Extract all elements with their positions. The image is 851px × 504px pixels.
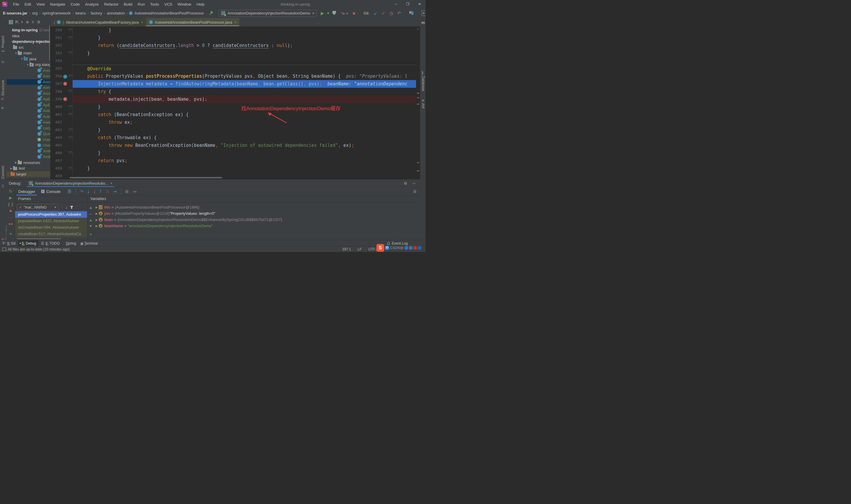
step-over-icon[interactable]: ↷ <box>80 189 83 194</box>
code-line[interactable]: 392 return (candidateConstructors.length… <box>50 42 416 49</box>
menu-item-run[interactable]: Run <box>135 2 147 6</box>
git-history-icon[interactable]: ◷ <box>390 11 393 15</box>
git-update-icon[interactable]: ↙ <box>374 11 378 15</box>
menu-item-code[interactable]: Code <box>68 2 83 6</box>
move-down-icon[interactable]: ▼ <box>88 224 94 228</box>
toolbar-menu-icon[interactable]: ☰ <box>68 189 72 194</box>
coverage-button[interactable]: ▶ <box>332 11 336 16</box>
breadcrumb-item[interactable]: factory <box>90 11 103 15</box>
filter-frames-icon[interactable] <box>70 205 74 209</box>
tree-chevron-icon[interactable]: ▼ <box>14 52 18 55</box>
breadcrumb-item[interactable]: springframework <box>42 11 71 15</box>
locate-file-icon[interactable]: ⊕ <box>26 20 29 24</box>
gear-icon[interactable]: ⚙ <box>404 181 407 185</box>
tree-item[interactable]: C▶Annotati <box>6 85 50 91</box>
tree-item[interactable]: C▶Annotati <box>6 68 50 74</box>
code-line[interactable]: 391− } <box>50 34 416 42</box>
fold-marker-icon[interactable]: − <box>69 136 72 140</box>
fold-marker-icon[interactable]: − <box>69 151 72 155</box>
breadcrumb-item[interactable]: AutowiredAnnotationBeanPostProcessor <box>134 11 204 15</box>
fold-marker-icon[interactable]: − <box>69 52 72 55</box>
minimize-icon[interactable]: ─ <box>390 0 402 8</box>
menu-item-navigate[interactable]: Navigate <box>47 2 68 6</box>
menu-item-build[interactable]: Build <box>121 2 135 6</box>
project-structure-icon[interactable] <box>409 11 413 15</box>
git-commit-icon[interactable]: ✓ <box>381 11 385 15</box>
tree-item[interactable]: C▶Annotati <box>6 79 50 85</box>
variable-row[interactable]: ▶pbeanName="annotationDependencyInjectio… <box>94 223 420 229</box>
tree-item[interactable]: C▶AwareInt <box>6 119 50 125</box>
close-icon[interactable]: × <box>110 181 113 185</box>
code-line[interactable]: 406− } <box>50 149 416 157</box>
editor-tab-autowired-annotation[interactable]: C AutowiredAnnotationBeanPostProcessor.j… <box>146 18 239 26</box>
git-rollback-icon[interactable]: ↶ <box>397 11 401 15</box>
expand-triangle-icon[interactable]: ▶ <box>94 212 99 215</box>
code-line[interactable]: 390− } <box>50 26 416 34</box>
code-line[interactable]: 396− public PropertyValues postProcessPr… <box>50 72 416 80</box>
more-icon[interactable]: » <box>6 231 15 236</box>
menu-item-help[interactable]: Help <box>194 2 207 6</box>
resume-icon[interactable]: ▶ <box>6 196 15 200</box>
expand-triangle-icon[interactable]: ▶ <box>94 206 99 209</box>
close-icon[interactable]: × <box>235 20 236 24</box>
variable-row[interactable]: ▶this={AutowiredAnnotationBeanPostProces… <box>94 204 420 210</box>
breadcrumb-item[interactable]: annotation <box>106 11 126 15</box>
move-up-icon[interactable]: ▲ <box>88 218 94 222</box>
code-line[interactable]: 394 <box>50 57 416 65</box>
ant-icon[interactable]: ✳ <box>421 98 424 103</box>
frame-row[interactable]: createBean:517, AbstractAutowireCa <box>15 231 87 237</box>
evaluate-expression-icon[interactable]: ⊞ <box>125 189 129 194</box>
close-icon[interactable]: × <box>141 20 143 24</box>
tree-item[interactable]: ▶test <box>6 165 50 172</box>
toolwindow-button-debug[interactable]: 5: Debug <box>18 240 39 246</box>
fold-marker-icon[interactable]: − <box>69 128 72 132</box>
tree-item[interactable]: C▶Qualifier <box>6 131 50 137</box>
toolwindow-structure-button[interactable]: 7: Structure <box>1 80 5 100</box>
code-line[interactable]: 402 throw ex; <box>50 119 416 126</box>
code-line[interactable]: 407 return pvs; <box>50 157 416 165</box>
next-frame-icon[interactable]: ↓ <box>66 205 68 210</box>
variable-row[interactable]: ▶pbean={AnnotationDependencyInjectionRes… <box>94 217 420 223</box>
code-line[interactable]: 397✓ InjectionMetadata metadata = findAu… <box>50 80 416 88</box>
code-line[interactable]: 393− } <box>50 49 416 57</box>
tree-item[interactable]: C▶Autowiri <box>6 114 50 120</box>
code-line[interactable]: 403− } <box>50 126 416 134</box>
menu-item-tools[interactable]: Tools <box>147 2 162 6</box>
mute-breakpoints-icon[interactable]: ●● <box>6 221 15 226</box>
frames-hscrollbar[interactable] <box>17 238 61 239</box>
menu-item-file[interactable]: File <box>10 2 22 6</box>
frame-row[interactable]: doCreateBean:594, AbstractAutowir <box>15 224 87 231</box>
drop-frame-icon[interactable]: ⤬ <box>106 189 109 194</box>
menu-item-analyze[interactable]: Analyze <box>83 2 101 6</box>
code-line[interactable]: 400− } <box>50 103 416 111</box>
stop-button[interactable]: ■ <box>352 11 355 15</box>
toolwindow-button-spring[interactable]: Spring <box>62 240 78 246</box>
tab-console[interactable]: ›Console <box>38 187 64 196</box>
fold-marker-icon[interactable]: − <box>69 167 72 170</box>
menu-item-edit[interactable]: Edit <box>22 2 34 6</box>
breadcrumb-item[interactable]: E-sources.jar <box>2 11 28 15</box>
tree-item[interactable]: ▼java <box>6 56 50 62</box>
rerun-icon[interactable]: ↻ <box>6 189 15 194</box>
variable-row[interactable]: ▶ppvs={MutablePropertyValues@2216} "Prop… <box>94 210 420 217</box>
project-view-dropdown[interactable]: P.. <box>15 20 19 24</box>
pause-icon[interactable]: ❙❙ <box>6 202 15 206</box>
frame-row[interactable]: populateBean:1422, AbstractAutowi <box>15 218 87 224</box>
fold-marker-icon[interactable]: − <box>69 75 72 78</box>
breakpoint-icon[interactable]: ✓ <box>63 82 67 86</box>
expand-triangle-icon[interactable]: ▶ <box>94 224 99 228</box>
toolwindow-commit-button[interactable]: Commit <box>1 166 5 179</box>
tree-item[interactable]: C▶ApiDepe <box>6 96 50 102</box>
editor-error-stripe[interactable]: ✓ <box>416 26 420 179</box>
toolwindow-button-terminal[interactable]: ›_Terminal <box>78 240 100 246</box>
tree-chevron-icon[interactable]: ▼ <box>26 63 30 66</box>
code-line[interactable]: 404− catch (Throwable ex) { <box>50 134 416 142</box>
code-line[interactable]: 401− catch (BeanCreationException ex) { <box>50 111 416 119</box>
tree-item[interactable]: ▼org.xiaoge.t <box>6 62 50 68</box>
tree-item[interactable]: C▶Annotati <box>6 91 50 96</box>
step-into-icon[interactable]: ⭣ <box>88 189 90 194</box>
prev-frame-icon[interactable]: ↑ <box>61 205 63 210</box>
tab-debugger[interactable]: Debugger <box>15 187 38 196</box>
run-to-cursor-icon[interactable]: ⇥ <box>113 189 117 194</box>
collapse-all-icon[interactable]: ⇳ <box>31 20 35 24</box>
